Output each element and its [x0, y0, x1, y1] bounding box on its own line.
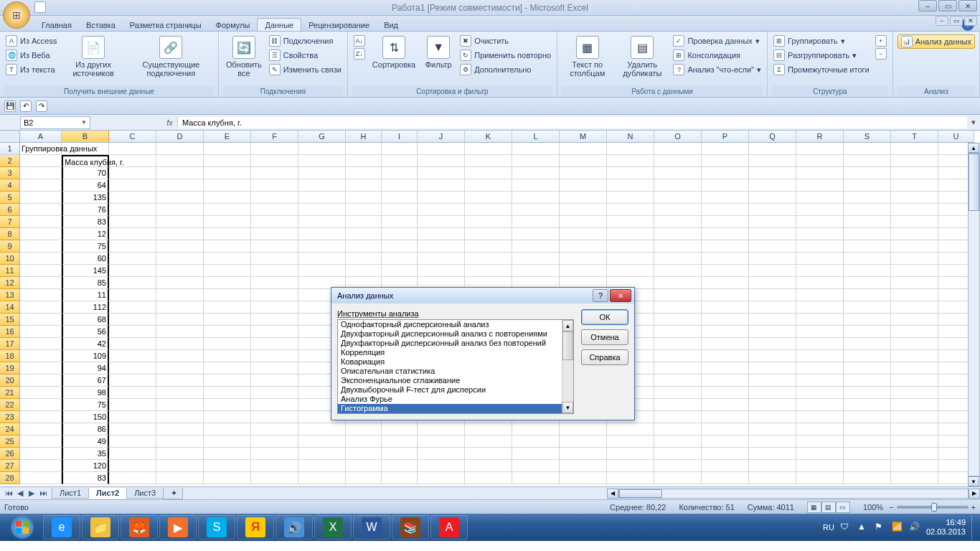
cell[interactable]: 70: [62, 167, 109, 179]
cell[interactable]: [109, 167, 156, 179]
cell[interactable]: [20, 435, 62, 448]
cell[interactable]: [109, 460, 156, 472]
cell[interactable]: [749, 240, 796, 253]
cell[interactable]: [654, 387, 702, 399]
cell[interactable]: [382, 167, 418, 179]
cell[interactable]: [891, 314, 938, 326]
cell[interactable]: [512, 228, 560, 240]
cell[interactable]: [654, 216, 702, 228]
tray-icon[interactable]: ▲: [857, 522, 869, 533]
cell[interactable]: [844, 423, 891, 435]
cell[interactable]: [298, 472, 346, 484]
vscroll-thumb[interactable]: [969, 154, 979, 211]
list-scroll-down[interactable]: ▼: [562, 402, 573, 413]
row-header[interactable]: 10: [0, 253, 20, 265]
cell[interactable]: [512, 216, 560, 228]
cell[interactable]: 64: [62, 179, 109, 192]
cell[interactable]: [204, 240, 251, 253]
cell[interactable]: [204, 253, 251, 265]
cell[interactable]: [891, 179, 938, 192]
cell[interactable]: [418, 423, 465, 435]
column-header[interactable]: B: [62, 131, 109, 143]
cell[interactable]: [891, 289, 938, 301]
sheet-tab-3[interactable]: Лист3: [126, 488, 164, 499]
cell[interactable]: [346, 143, 382, 155]
cell[interactable]: [749, 301, 796, 314]
column-header[interactable]: G: [298, 131, 346, 143]
horizontal-scrollbar[interactable]: ◀ ▶: [607, 488, 980, 499]
cell[interactable]: [346, 240, 382, 253]
scroll-up-button[interactable]: ▲: [968, 143, 979, 153]
cell[interactable]: [156, 216, 204, 228]
cell[interactable]: [204, 326, 251, 338]
cell[interactable]: [891, 228, 938, 240]
cell[interactable]: [796, 448, 844, 460]
cell[interactable]: 135: [62, 192, 109, 204]
cell[interactable]: [891, 423, 938, 435]
column-header[interactable]: S: [844, 131, 891, 143]
cell[interactable]: [512, 423, 560, 435]
analysis-tools-list[interactable]: Однофакторный дисперсионный анализДвухфа…: [337, 319, 574, 414]
row-header[interactable]: 24: [0, 423, 20, 435]
cell[interactable]: [109, 192, 156, 204]
cell[interactable]: [346, 435, 382, 448]
sheet-nav[interactable]: ⏮◀▶⏭: [0, 489, 52, 498]
remove-duplicates-button[interactable]: ▤Удалить дубликаты: [616, 34, 669, 79]
cell[interactable]: 11: [62, 289, 109, 301]
cell[interactable]: [702, 375, 749, 387]
cell[interactable]: [749, 192, 796, 204]
cell[interactable]: [20, 289, 62, 301]
cell[interactable]: [20, 253, 62, 265]
advanced-button[interactable]: ⚙Дополнительно: [458, 63, 552, 76]
cell[interactable]: [796, 143, 844, 155]
row-header[interactable]: 14: [0, 301, 20, 314]
cell[interactable]: [156, 289, 204, 301]
cell[interactable]: [204, 277, 251, 289]
cell[interactable]: [156, 387, 204, 399]
cell[interactable]: [654, 228, 702, 240]
cell[interactable]: [607, 167, 654, 179]
fx-button[interactable]: fx: [162, 117, 178, 128]
sort-button[interactable]: ⇅Сортировка: [369, 34, 418, 70]
cell[interactable]: [465, 435, 512, 448]
select-all-button[interactable]: [0, 131, 20, 143]
row-header[interactable]: 21: [0, 387, 20, 399]
cell[interactable]: [560, 240, 607, 253]
cell[interactable]: [654, 423, 702, 435]
column-header[interactable]: D: [156, 131, 204, 143]
cell[interactable]: [607, 155, 654, 167]
cell[interactable]: 112: [62, 301, 109, 314]
row-header[interactable]: 27: [0, 460, 20, 472]
cell[interactable]: [607, 179, 654, 192]
cell[interactable]: [156, 326, 204, 338]
row-header[interactable]: 19: [0, 362, 20, 375]
cell[interactable]: [560, 423, 607, 435]
cell[interactable]: [156, 411, 204, 423]
cell[interactable]: [204, 192, 251, 204]
cell[interactable]: [654, 167, 702, 179]
cell[interactable]: [109, 314, 156, 326]
cell[interactable]: [156, 399, 204, 411]
undo-icon[interactable]: ↶: [20, 100, 32, 112]
cell[interactable]: [204, 399, 251, 411]
tray-flag-icon[interactable]: ⚑: [875, 522, 886, 533]
cell[interactable]: [844, 240, 891, 253]
cell[interactable]: [607, 253, 654, 265]
cell[interactable]: [418, 228, 465, 240]
save-icon[interactable]: 💾: [4, 100, 16, 112]
cell[interactable]: [109, 253, 156, 265]
column-header[interactable]: R: [796, 131, 844, 143]
cell[interactable]: [891, 387, 938, 399]
cell[interactable]: [607, 460, 654, 472]
cell[interactable]: [796, 399, 844, 411]
cell[interactable]: [418, 192, 465, 204]
row-header[interactable]: 17: [0, 338, 20, 350]
cell[interactable]: [702, 472, 749, 484]
cell[interactable]: [702, 228, 749, 240]
cell[interactable]: [156, 228, 204, 240]
row-header[interactable]: 4: [0, 179, 20, 192]
cell[interactable]: 94: [62, 362, 109, 375]
cell[interactable]: 150: [62, 411, 109, 423]
cell[interactable]: [346, 179, 382, 192]
sort-asc-button[interactable]: A↓: [352, 34, 367, 47]
